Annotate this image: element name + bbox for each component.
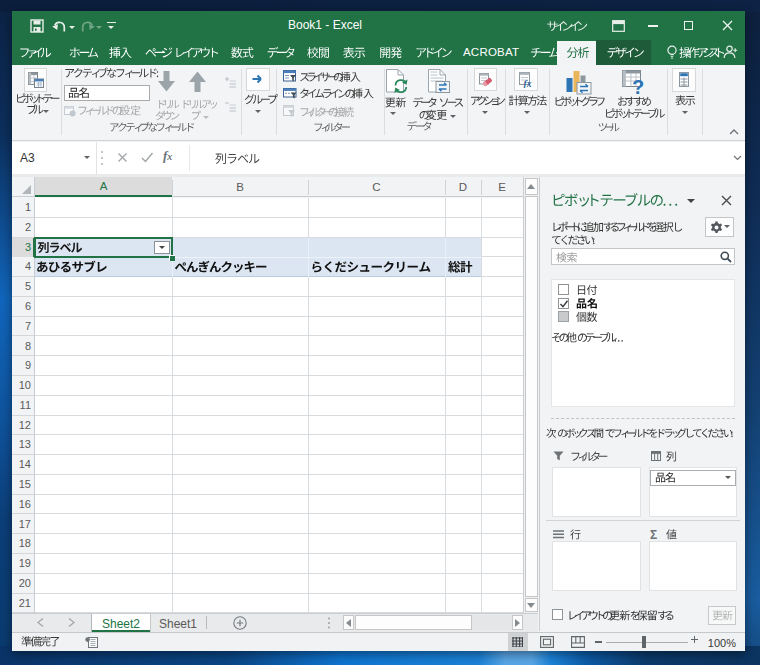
svg-text:?: ? — [632, 76, 644, 95]
svg-text:fx: fx — [524, 79, 532, 88]
